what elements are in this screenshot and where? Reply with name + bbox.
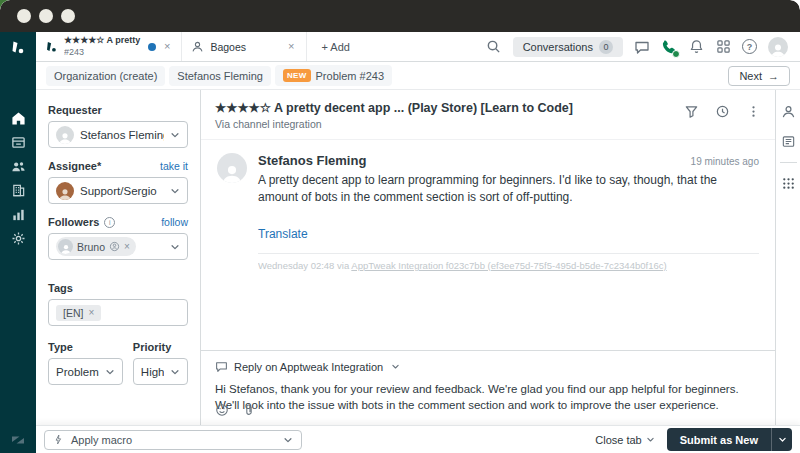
reply-channel-selector[interactable]: Reply on Apptweak Integration [215, 360, 761, 373]
customer-message: Stefanos Fleming 19 minutes ago A pretty… [201, 140, 775, 271]
follower-name: Bruno [77, 241, 105, 253]
close-tab-icon[interactable]: × [286, 39, 296, 54]
reporting-icon[interactable] [10, 206, 26, 222]
tab-ticket-title: ★★★★☆ A pretty ... [64, 35, 142, 46]
close-tab-dropdown[interactable]: Close tab [595, 434, 654, 446]
tags-input[interactable]: [EN] × [48, 299, 188, 326]
views-icon[interactable] [10, 134, 26, 150]
next-ticket-button[interactable]: Next → [728, 66, 790, 86]
breadcrumb-requester[interactable]: Stefanos Fleming [169, 66, 271, 86]
attachment-paperclip-icon[interactable] [242, 403, 256, 417]
search-icon[interactable] [486, 39, 502, 55]
zendesk-tab-icon [45, 40, 58, 53]
translate-link[interactable]: Translate [258, 227, 308, 241]
requester-value: Stefanos Fleming [80, 129, 164, 141]
tab-bagoes[interactable]: Bagoes × [182, 32, 306, 61]
apply-macro-select[interactable]: Apply macro [44, 430, 302, 450]
zendesk-logo-icon[interactable] [0, 32, 36, 62]
assignee-select[interactable]: Support/Sergio [48, 177, 188, 204]
message-author-name: Stefanos Fleming [258, 153, 366, 168]
breadcrumb-organization[interactable]: Organization (create) [46, 66, 165, 86]
notifications-bell-icon[interactable] [688, 39, 704, 55]
organizations-icon[interactable] [10, 182, 26, 198]
customers-icon[interactable] [10, 158, 26, 174]
arrow-right-icon: → [768, 70, 779, 82]
conversations-button[interactable]: Conversations 0 [513, 37, 623, 57]
message-author-avatar [217, 153, 247, 183]
priority-label: Priority [133, 341, 172, 353]
breadcrumb-ticket[interactable]: NEW Problem #243 [275, 65, 392, 86]
user-tab-icon [191, 40, 204, 53]
tab-bar: ★★★★☆ A pretty ... #243 × Bagoes × + Add… [36, 32, 800, 62]
follower-chip-bruno[interactable]: Bruno × [56, 237, 136, 256]
close-tab-label: Close tab [595, 434, 641, 446]
profile-avatar[interactable] [768, 37, 788, 57]
chevron-down-icon [170, 367, 180, 377]
requester-select[interactable]: Stefanos Fleming [48, 121, 188, 148]
window-zoom-button[interactable] [61, 9, 75, 23]
chevron-down-icon [283, 435, 293, 445]
tag-chip-en[interactable]: [EN] × [56, 305, 101, 321]
message-timestamp: 19 minutes ago [691, 156, 759, 167]
filter-conversation-icon[interactable] [684, 104, 699, 119]
context-panel-rail [775, 90, 800, 425]
composer-toolbar [215, 403, 256, 417]
priority-field: Priority High [133, 341, 189, 385]
apps-icon[interactable] [781, 176, 796, 191]
rail-nav [0, 110, 36, 246]
type-select[interactable]: Problem [48, 358, 123, 385]
message-meta-prefix: Wednesday 02:48 via [258, 260, 351, 271]
reply-composer: Reply on Apptweak Integration Hi Stefano… [201, 350, 775, 425]
kebab-menu-icon[interactable] [746, 104, 761, 119]
knowledge-icon[interactable] [781, 134, 796, 149]
submit-as-new-button[interactable]: Submit as New [667, 428, 771, 451]
integration-link[interactable]: AppTweak Integration f023c7bb (ef3ee75d-… [351, 260, 666, 271]
take-it-link[interactable]: take it [160, 160, 188, 172]
chat-icon[interactable] [634, 39, 650, 55]
type-field: Type Problem [48, 341, 123, 385]
ticket-via-channel: Via channel integration [215, 118, 573, 130]
window-close-button[interactable] [17, 9, 31, 23]
breadcrumb-ticket-label: Problem #243 [316, 70, 385, 82]
requester-avatar [56, 126, 74, 144]
add-tab-button[interactable]: + Add [307, 32, 365, 61]
chevron-down-icon [105, 367, 115, 377]
next-label: Next [739, 70, 762, 82]
chevron-down-icon [170, 242, 180, 252]
tag-value: [EN] [63, 307, 83, 319]
message-divider [258, 253, 759, 254]
window-titlebar [0, 0, 800, 32]
admin-settings-icon[interactable] [10, 230, 26, 246]
submit-button-group: Submit as New [667, 428, 792, 451]
footer-actions: Close tab Submit as New [595, 428, 792, 451]
priority-value: High [141, 366, 165, 378]
emoji-icon[interactable] [215, 403, 229, 417]
priority-select[interactable]: High [133, 358, 189, 385]
tab-ticket-number: #243 [64, 47, 142, 58]
assignee-avatar [56, 182, 74, 200]
zendesk-z-logo-icon [0, 432, 36, 448]
conversation-header-actions [684, 100, 761, 119]
home-icon[interactable] [10, 110, 26, 126]
followers-select[interactable]: Bruno × [48, 233, 188, 260]
submit-options-caret[interactable] [771, 428, 792, 451]
help-icon[interactable]: ? [742, 39, 757, 54]
events-history-icon[interactable] [715, 104, 730, 119]
product-rail [0, 32, 36, 453]
reply-bubble-icon [215, 360, 228, 373]
remove-follower-icon[interactable]: × [124, 242, 130, 252]
window-minimize-button[interactable] [39, 9, 53, 23]
follow-link[interactable]: follow [161, 216, 188, 228]
product-switcher-grid-icon[interactable] [715, 39, 731, 55]
phone-icon[interactable] [661, 39, 677, 55]
tab-ticket-text: ★★★★☆ A pretty ... #243 [64, 35, 142, 58]
assignee-label: Assignee* [48, 160, 101, 172]
conversations-count-badge: 0 [599, 40, 613, 54]
zendesk-agent-workspace-window: ★★★★☆ A pretty ... #243 × Bagoes × + Add… [0, 0, 800, 453]
close-tab-icon[interactable]: × [162, 39, 172, 54]
requester-label: Requester [48, 104, 102, 116]
remove-tag-icon[interactable]: × [88, 308, 94, 318]
tab-ticket-243[interactable]: ★★★★☆ A pretty ... #243 × [36, 32, 182, 61]
reply-text-editor[interactable]: Hi Stefanos, thank you for your review a… [215, 381, 761, 413]
user-context-icon[interactable] [781, 104, 796, 119]
